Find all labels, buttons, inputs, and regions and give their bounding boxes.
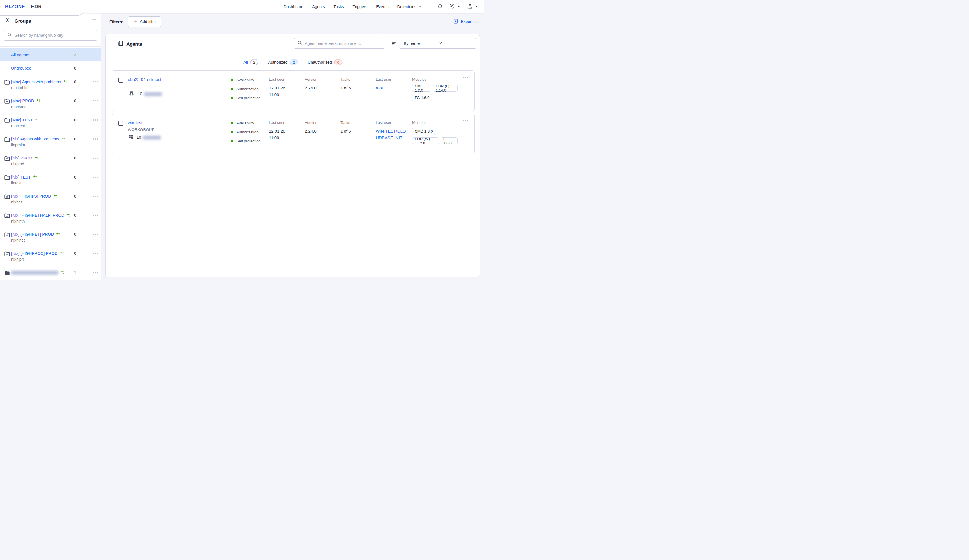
group-menu-button[interactable]: [91, 215, 100, 216]
group-menu-button[interactable]: [91, 120, 100, 121]
group-name-link[interactable]: [Mac] TEST: [11, 118, 39, 122]
add-filter-button[interactable]: Add filter: [128, 16, 161, 27]
group-row[interactable]: [Mac] PRODmacprod0: [0, 95, 101, 114]
group-menu-button[interactable]: [91, 234, 100, 235]
chevron-down-icon: [438, 41, 472, 46]
folder-star-icon: [4, 231, 10, 239]
module-chip: CMD 1.3.0: [412, 85, 431, 91]
notifications-button[interactable]: [436, 2, 444, 11]
tab-authorized[interactable]: Authorized2: [268, 59, 298, 66]
status-ok-dot: [231, 79, 233, 81]
redacted-ip: [144, 92, 162, 96]
group-row[interactable]: [Nix] [HIGHNET] PRODnixhinet0: [0, 228, 101, 247]
nav-item-label: Triggers: [353, 5, 368, 9]
group-row[interactable]: [Mac] TESTmactest0: [0, 114, 101, 133]
status-row: Self protection: [231, 138, 264, 145]
module-chip: FG 1.6.0: [412, 94, 432, 101]
nav-item-label: Detections: [397, 5, 416, 9]
agent-name-link[interactable]: ubu22-04-edr-test: [128, 77, 161, 82]
group-key: nixhiprc: [11, 257, 25, 261]
group-row[interactable]: Ungrouped0: [0, 61, 101, 75]
group-name-link[interactable]: [Mac] Agents with problems: [11, 79, 68, 84]
filters-bar: Filters: Add filter Export list: [109, 16, 479, 27]
settings-button[interactable]: [448, 2, 462, 11]
redacted-ip: [143, 136, 161, 140]
group-row[interactable]: [Nix] [HIGHFS] PRODnixhifs0: [0, 190, 101, 209]
nav-item-detections[interactable]: Detections: [397, 0, 422, 13]
group-menu-button[interactable]: [91, 138, 100, 140]
topbar-actions: [422, 0, 484, 13]
chevron-down-icon: [457, 4, 461, 9]
export-list-link[interactable]: Export list: [453, 16, 479, 27]
folder-icon: [4, 136, 10, 143]
nav-item-events[interactable]: Events: [376, 0, 388, 13]
column-header: Last user: [376, 121, 412, 125]
group-key: linprblm: [11, 143, 25, 147]
folder-icon: [4, 174, 10, 182]
group-name-link[interactable]: [Nix] TEST: [11, 174, 38, 179]
last-user-link[interactable]: WIN-TEST\CLOUDBASE-INIT: [376, 128, 407, 141]
group-name-link[interactable]: [Nix] Agents with problems: [11, 136, 66, 141]
group-search-input[interactable]: [15, 33, 94, 38]
agent-name-link[interactable]: win-test: [128, 120, 142, 125]
nav-item-label: Dashboard: [283, 5, 303, 9]
group-name-link[interactable]: [Nix] PROD: [11, 156, 39, 160]
add-group-button[interactable]: [92, 17, 97, 23]
group-row[interactable]: [Nix] [HIGHPROC] PRODnixhiprc0: [0, 247, 101, 266]
group-menu-button[interactable]: [91, 100, 100, 101]
plus-icon: [92, 19, 97, 23]
group-name-link[interactable]: [Nix] [HIGHPROC] PROD: [11, 251, 64, 256]
group-row[interactable]: [Nix] Agents with problemslinprblm0: [0, 133, 101, 152]
group-agent-count: 0: [71, 137, 80, 141]
agent-version: 2.24.0: [305, 128, 340, 135]
group-name-link[interactable]: Ungrouped: [11, 66, 32, 70]
group-menu-button[interactable]: [91, 253, 100, 254]
redacted-group-name: [11, 271, 58, 275]
nav-item-triggers[interactable]: Triggers: [353, 0, 368, 13]
folder-star-icon: [4, 213, 10, 220]
group-name-link[interactable]: [Nix] [HIGHNETHALF] PROD: [11, 213, 71, 218]
column-header: Last user: [376, 77, 412, 81]
group-row[interactable]: All agents2: [0, 48, 101, 61]
group-row[interactable]: [Nix] TESTlintest0: [0, 171, 101, 190]
agent-search-input[interactable]: [305, 41, 381, 46]
account-button[interactable]: [466, 2, 480, 11]
nav-item-tasks[interactable]: Tasks: [333, 0, 344, 13]
group-menu-button[interactable]: [91, 158, 100, 159]
group-row[interactable]: [Mac] Agents with problemsmacprblm0: [0, 76, 101, 95]
last-seen-time: 11:00: [269, 91, 305, 98]
group-name-link[interactable]: [Nix] [HIGHNET] PROD: [11, 232, 61, 236]
column-header: Last seen: [269, 121, 305, 125]
group-name-link[interactable]: [Mac] PROD: [11, 98, 41, 103]
group-menu-button[interactable]: [91, 196, 100, 197]
group-row[interactable]: 1: [0, 266, 101, 280]
group-name-link[interactable]: [11, 270, 65, 275]
tab-unauthorized[interactable]: Unauthorized0: [308, 59, 342, 66]
group-menu-button[interactable]: [91, 81, 100, 82]
agent-menu-button[interactable]: [463, 77, 468, 78]
linux-icon: [128, 90, 135, 98]
group-menu-button[interactable]: [91, 176, 100, 178]
group-row[interactable]: [Nix] PRODnixprod0: [0, 152, 101, 171]
last-user-link[interactable]: root: [376, 85, 407, 91]
agent-checkbox[interactable]: [118, 78, 123, 83]
sort-direction-button[interactable]: [388, 38, 400, 49]
column-header: Modules: [412, 121, 458, 125]
group-key: macprod: [11, 105, 27, 109]
tab-all[interactable]: All2: [243, 59, 258, 66]
group-name-link[interactable]: All agents: [11, 53, 29, 57]
nav-item-dashboard[interactable]: Dashboard: [283, 0, 303, 13]
agent-domain: WORKGROUP: [128, 128, 155, 132]
group-agent-count: 0: [71, 80, 80, 84]
collapse-sidebar-button[interactable]: [4, 17, 10, 24]
nav-item-agents[interactable]: Agents: [312, 0, 325, 13]
agent-checkbox[interactable]: [118, 121, 123, 126]
folder-star-icon: [4, 155, 10, 163]
status-row: Self protection: [231, 95, 264, 101]
sort-by-select[interactable]: By name: [400, 38, 476, 49]
group-menu-button[interactable]: [91, 272, 100, 273]
agent-menu-button[interactable]: [463, 120, 468, 121]
group-name-link[interactable]: [Nix] [HIGHFS] PROD: [11, 194, 58, 198]
folder-filled-icon: [4, 270, 10, 277]
group-row[interactable]: [Nix] [HIGHNETHALF] PRODnixhinth0: [0, 209, 101, 228]
